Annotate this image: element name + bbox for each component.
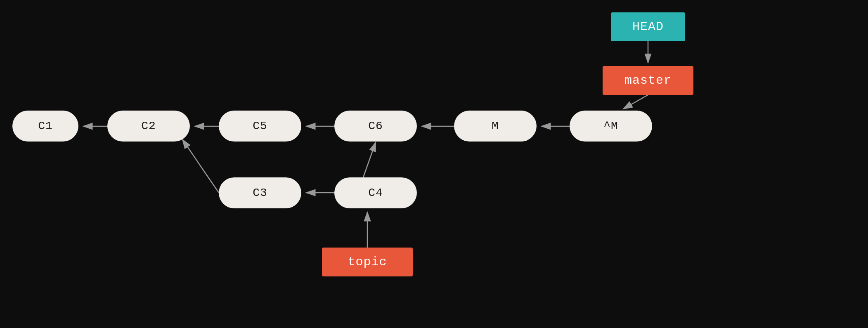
arrows-layer — [0, 0, 868, 328]
commit-c2: C2 — [107, 111, 190, 142]
label-master: master — [603, 66, 693, 95]
svg-line-6 — [182, 139, 219, 193]
label-head: HEAD — [611, 12, 685, 41]
commit-m: M — [454, 111, 537, 142]
commit-cm: ^M — [570, 111, 652, 142]
commit-c3: C3 — [219, 177, 301, 208]
commit-c1: C1 — [12, 111, 78, 142]
label-topic: topic — [322, 248, 413, 276]
svg-line-10 — [623, 95, 648, 109]
commit-c5: C5 — [219, 111, 301, 142]
commit-c4: C4 — [334, 177, 417, 208]
commit-c6: C6 — [334, 111, 417, 142]
git-diagram: C1 C2 C5 C6 M ^M C3 C4 HEAD master topic — [0, 0, 868, 328]
svg-line-8 — [363, 142, 376, 177]
